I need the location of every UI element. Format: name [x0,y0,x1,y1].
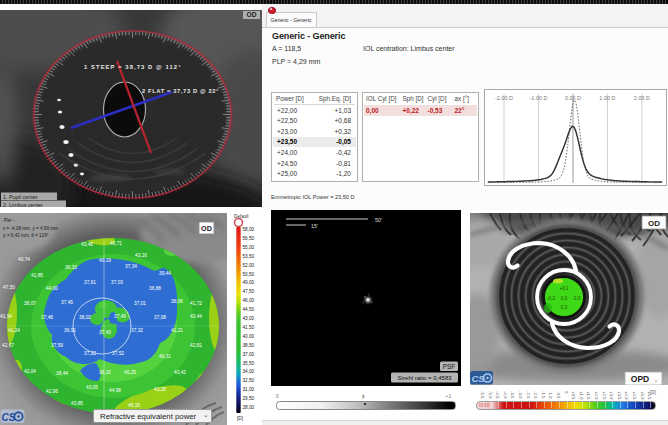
svg-text:37,01: 37,01 [134,301,146,306]
svg-text:+0,1: +0,1 [559,286,569,291]
svg-text:52,00: 52,00 [243,263,255,268]
svg-text:41,24: 41,24 [8,328,20,333]
svg-text:40,19: 40,19 [99,258,111,263]
svg-text:41,94: 41,94 [0,314,12,319]
svg-text:Strehl ratio = 0,4583: Strehl ratio = 0,4583 [397,375,452,381]
svg-text:28,00: 28,00 [243,405,255,410]
svg-text:37,52: 37,52 [112,351,124,356]
svg-text:37,48: 37,48 [41,315,53,320]
svg-text:40,25: 40,25 [124,370,136,375]
svg-text:29,50: 29,50 [243,396,255,401]
svg-text:46,71: 46,71 [110,241,122,246]
svg-text:43,28: 43,28 [154,387,166,392]
svg-text:56,50: 56,50 [243,236,255,241]
svg-text:47,50: 47,50 [3,285,15,290]
svg-text:41,21: 41,21 [171,328,183,333]
svg-text:36,33: 36,33 [65,265,77,270]
svg-text:41,85: 41,85 [31,273,43,278]
svg-text:0,0: 0,0 [574,296,581,301]
svg-text:35,50: 35,50 [243,361,255,366]
svg-text:37,00: 37,00 [243,352,255,357]
svg-text:43,85: 43,85 [71,401,83,406]
svg-text:43,16: 43,16 [135,253,147,258]
svg-text:ρ = 5,42 mm, θ = 129°: ρ = 5,42 mm, θ = 129° [3,233,49,238]
svg-text:PSF: PSF [443,363,456,370]
svg-text:x = -4,08 mm, y = 4,99 mm: x = -4,08 mm, y = 4,99 mm [3,226,58,231]
svg-text:37,59: 37,59 [51,343,63,348]
svg-text:15': 15' [311,223,318,229]
svg-text:-0,2: -0,2 [547,296,555,301]
svg-text:1.00 D: 1.00 D [599,95,615,101]
svg-text:40,00: 40,00 [243,334,255,339]
svg-text:34,00: 34,00 [243,369,255,374]
svg-text:OD: OD [201,224,212,233]
svg-text:49,00: 49,00 [243,280,255,285]
svg-text:0,0: 0,0 [561,296,568,301]
svg-text:36,32: 36,32 [99,370,111,375]
svg-text:⌄: ⌄ [653,377,658,383]
svg-text:41,72: 41,72 [190,301,202,306]
svg-text:36,88: 36,88 [149,286,161,291]
svg-text:41,50: 41,50 [243,325,255,330]
svg-text:2.00 D: 2.00 D [634,95,650,101]
svg-text:-2.00 D: -2.00 D [495,95,513,101]
svg-text:38,96: 38,96 [171,299,183,304]
svg-text:44,50: 44,50 [243,307,255,312]
svg-text:43,00: 43,00 [243,316,255,321]
svg-text:2 FLAT = 37,73 D @ 22°: 2 FLAT = 37,73 D @ 22° [142,88,219,94]
svg-text:38,50: 38,50 [243,343,255,348]
svg-text:36,91: 36,91 [64,328,76,333]
svg-text:37,43: 37,43 [99,330,111,335]
svg-text:58,00: 58,00 [243,227,255,232]
svg-text:1 STEEP = 38,73 D @ 112°: 1 STEEP = 38,73 D @ 112° [84,64,182,70]
svg-text:38,07: 38,07 [24,301,36,306]
svg-text:0,2: 0,2 [561,305,568,310]
svg-text:37,22: 37,22 [84,351,96,356]
svg-text:50': 50' [375,217,382,223]
svg-text:37,49: 37,49 [114,314,126,319]
svg-text:43,44: 43,44 [190,314,202,319]
svg-text:38,02: 38,02 [79,315,91,320]
svg-text:37,45: 37,45 [61,300,73,305]
svg-text:55,00: 55,00 [243,245,255,250]
svg-text:1. Pupil center: 1. Pupil center [3,194,38,200]
svg-text:OPD: OPD [631,374,649,384]
svg-text:2. Limbus center: 2. Limbus center [3,202,43,208]
svg-text:40,31: 40,31 [159,354,171,359]
svg-text:42,67: 42,67 [2,343,14,348]
svg-text:43,05: 43,05 [86,385,98,390]
svg-text:-1.00 D: -1.00 D [530,95,548,101]
svg-text:47,50: 47,50 [243,289,255,294]
svg-text:37,08: 37,08 [154,315,166,320]
svg-text:37,61: 37,61 [84,280,96,285]
svg-text:OD: OD [648,219,660,228]
svg-text:OD: OD [247,11,257,18]
svg-text:32,50: 32,50 [243,378,255,383]
svg-text:39,44: 39,44 [159,271,171,276]
svg-text:37,03: 37,03 [111,280,123,285]
svg-text:42,96: 42,96 [46,389,58,394]
svg-text:37,34: 37,34 [125,264,137,269]
svg-text:45,16: 45,16 [128,403,140,408]
svg-text:50,50: 50,50 [243,272,255,277]
svg-text:0.00 D: 0.00 D [565,95,581,101]
svg-text:44,00: 44,00 [46,286,58,291]
svg-text:31,00: 31,00 [243,387,255,392]
svg-text:Per -: Per - [4,217,15,223]
svg-text:38,44: 38,44 [56,371,68,376]
svg-text:44,98: 44,98 [109,388,121,393]
svg-text:37,32: 37,32 [131,328,143,333]
svg-text:40,74: 40,74 [18,257,30,262]
svg-text:43,48: 43,48 [81,242,93,247]
svg-text:[D]: [D] [237,416,243,421]
svg-text:53,50: 53,50 [243,254,255,259]
svg-text:46,00: 46,00 [243,298,255,303]
svg-text:42,04: 42,04 [24,369,36,374]
svg-text:42,81: 42,81 [190,343,202,348]
svg-text:43,42: 43,42 [174,370,186,375]
